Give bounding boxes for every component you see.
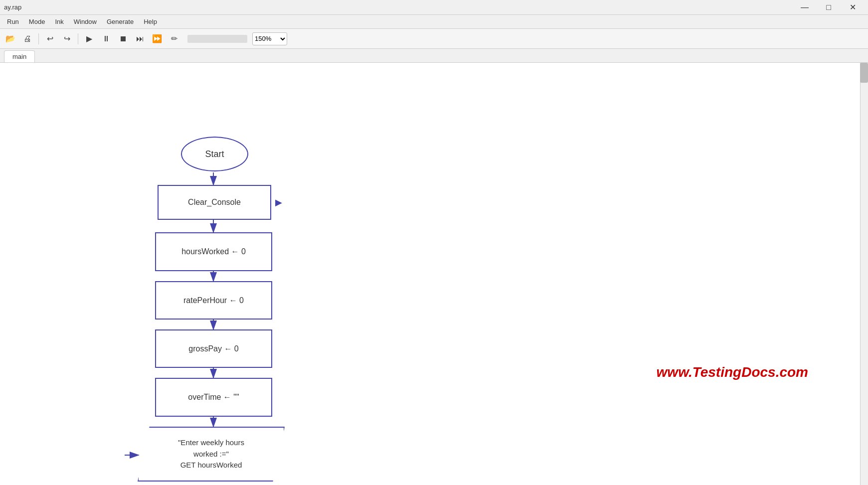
redo-button[interactable]: ↪ [59, 32, 74, 46]
toolbar-separator [38, 33, 39, 44]
close-button[interactable]: ✕ [841, 0, 864, 15]
hours-worked-label: hoursWorked ← 0 [181, 247, 246, 256]
menu-ink[interactable]: Ink [50, 16, 68, 27]
menu-run[interactable]: Run [2, 16, 24, 27]
watermark: www.TestingDocs.com [657, 364, 808, 380]
hours-worked-node[interactable]: hoursWorked ← 0 [155, 232, 272, 271]
stop-button[interactable]: ⏹ [116, 32, 131, 46]
tab-main-label: main [12, 53, 26, 60]
gross-pay-node[interactable]: grossPay ← 0 [155, 329, 272, 368]
step-button[interactable]: ⏩ [150, 32, 165, 46]
titlebar-title: ay.rap [4, 3, 21, 11]
overtime-label: overTime ← "" [188, 393, 239, 402]
progress-bar [187, 35, 247, 43]
toolbar-separator-2 [78, 33, 78, 44]
zoom-select[interactable]: 50% 75% 100% 125% 150% 200% [252, 32, 287, 45]
undo-button[interactable]: ↩ [42, 32, 57, 46]
canvas: Start Clear_Console hoursWorked ← 0 rate… [0, 63, 868, 485]
tabbar: main [0, 49, 868, 63]
tab-main[interactable]: main [4, 50, 35, 62]
menu-window[interactable]: Window [69, 16, 102, 27]
start-label: Start [205, 149, 224, 160]
titlebar-controls: — □ ✕ [793, 0, 864, 15]
start-node[interactable]: Start [181, 137, 248, 171]
gross-pay-label: grossPay ← 0 [188, 344, 238, 353]
play-button[interactable]: ▶ [82, 32, 97, 46]
minimize-button[interactable]: — [793, 0, 816, 15]
clear-console-label: Clear_Console [188, 198, 241, 207]
scrollbar-thumb[interactable] [860, 63, 868, 83]
toolbar: 📂 🖨 ↩ ↪ ▶ ⏸ ⏹ ⏭ ⏩ ✏ 50% 75% 100% 125% 15… [0, 29, 868, 49]
pause-button[interactable]: ⏸ [99, 32, 114, 46]
open-file-button[interactable]: 📂 [3, 32, 18, 46]
app-title: ay.rap [4, 3, 21, 11]
scrollbar[interactable] [860, 63, 868, 485]
menu-generate[interactable]: Generate [102, 16, 139, 27]
menu-help[interactable]: Help [139, 16, 162, 27]
left-arrow-svg [125, 449, 142, 462]
rate-per-hour-label: ratePerHour ← 0 [183, 296, 244, 305]
print-button[interactable]: 🖨 [20, 32, 35, 46]
step-end-button[interactable]: ⏭ [133, 32, 148, 46]
menu-mode[interactable]: Mode [24, 16, 50, 27]
overtime-node[interactable]: overTime ← "" [155, 378, 272, 417]
titlebar: ay.rap — □ ✕ [0, 0, 868, 15]
input-hours-node[interactable]: "Enter weekly hoursworked :="GET hoursWo… [138, 427, 285, 482]
maximize-button[interactable]: □ [817, 0, 840, 15]
arrows-svg [0, 63, 868, 485]
edit-button[interactable]: ✏ [167, 32, 181, 46]
input-hours-label: "Enter weekly hoursworked :="GET hoursWo… [178, 437, 244, 471]
menubar: Run Mode Ink Window Generate Help [0, 15, 868, 29]
clear-console-node[interactable]: Clear_Console [158, 185, 271, 220]
rate-per-hour-node[interactable]: ratePerHour ← 0 [155, 281, 272, 320]
